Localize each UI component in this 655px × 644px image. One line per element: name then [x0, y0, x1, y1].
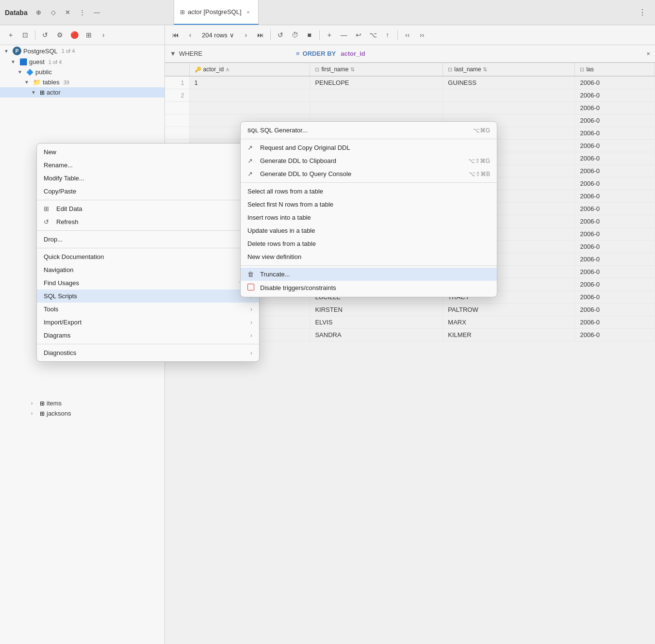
menu-selectfirst[interactable]: Select first N rows from a table: [241, 198, 497, 211]
menu-modify[interactable]: Modify Table... ⌘F6: [37, 172, 259, 185]
settings-button[interactable]: ⚙: [53, 28, 66, 42]
menu-sep2: [37, 230, 259, 231]
expand-button[interactable]: ›: [97, 28, 110, 42]
menu-rename[interactable]: Rename... ⇧F6: [37, 159, 259, 172]
public-label: public: [35, 68, 52, 76]
col-icon-last: ⊡: [448, 66, 452, 72]
menu-updatevalues[interactable]: Update values in a table: [241, 224, 497, 237]
menu-newview[interactable]: New view definition: [241, 250, 497, 263]
actor-node[interactable]: ▼ ⊞ actor: [0, 87, 164, 97]
last-update-cell: 2006-0: [575, 140, 655, 152]
first-name-header[interactable]: ⊡first_name ⇅: [310, 63, 443, 76]
menu-diagnostics[interactable]: Diagnostics ›: [37, 346, 259, 359]
window-close-button[interactable]: ✕: [63, 7, 73, 18]
tab-close-button[interactable]: ×: [245, 8, 252, 16]
last-update-header[interactable]: ⊡las: [575, 63, 655, 76]
row-num-cell: [165, 127, 189, 140]
add-row-button[interactable]: +: [323, 28, 336, 42]
order-close-button[interactable]: ×: [646, 50, 650, 57]
window-diamond-button[interactable]: ◇: [48, 7, 59, 18]
postgresql-node[interactable]: ▼ P PostgreSQL 1 of 4: [0, 45, 164, 57]
menu-deleterows[interactable]: Delete rows from a table: [241, 237, 497, 250]
first-row-button[interactable]: ⏮: [169, 28, 182, 42]
menu-diagrams[interactable]: Diagrams ›: [37, 329, 259, 342]
last-update-cell: 2006-0: [575, 228, 655, 241]
last-name-header[interactable]: ⊡last_name ⇅: [443, 63, 575, 76]
sidebar-toolbar: + ⊡ ↺ ⚙ 🔴 ⊞ ›: [0, 25, 165, 45]
items-label: items: [47, 400, 62, 407]
scroll-right-button[interactable]: ››: [415, 28, 429, 42]
actor-id-header[interactable]: 🔑actor_id ∧: [189, 63, 310, 76]
menu-drop[interactable]: Drop... ⌫: [37, 233, 259, 246]
actor-tab[interactable]: ⊞ actor [PostgreSQL] ×: [174, 0, 259, 25]
undo-button[interactable]: ↩: [352, 28, 365, 42]
menu-editdata[interactable]: ⊞ Edit Data ⌘↓: [37, 202, 259, 215]
toolbar-sep1: [35, 30, 35, 40]
menu-genddlconsole[interactable]: ↗ Generate DDL to Query Console ⌥⇧⌘B: [241, 167, 497, 180]
last-update-cell: 2006-0: [575, 114, 655, 127]
items-node[interactable]: › ⊞ items: [0, 398, 164, 408]
menu-refresh[interactable]: ↺ Refresh ⌘R: [37, 215, 259, 228]
last-update-cell: 2006-0: [575, 203, 655, 215]
copy-button[interactable]: ⊡: [18, 28, 32, 42]
next-page-button[interactable]: ›: [239, 28, 253, 42]
table-row[interactable]: 2 2006-0: [165, 89, 655, 102]
last-name-cell: GUINESS: [443, 76, 575, 89]
menu-findusages[interactable]: Find Usages ⌥F7: [37, 276, 259, 290]
filter-button[interactable]: 🔴: [67, 28, 81, 42]
guest-node[interactable]: ▼ 🟦 guest 1 of 4: [0, 57, 164, 67]
refresh-data-button[interactable]: ↺: [274, 28, 287, 42]
stop-button[interactable]: ■: [303, 28, 316, 42]
add-tab-button[interactable]: ⊕: [33, 7, 44, 18]
last-name-cell: [443, 89, 575, 102]
pk-icon: 🔑: [195, 66, 201, 72]
last-update-cell: 2006-0: [575, 152, 655, 165]
sqlgen-icon: SQL: [247, 128, 256, 133]
scroll-left-button[interactable]: ‹‹: [401, 28, 414, 42]
refresh-sidebar-button[interactable]: ↺: [38, 28, 52, 42]
rows-count-button[interactable]: 204 rows ∨: [198, 30, 238, 41]
last-update-cell: 2006-0: [575, 291, 655, 304]
tables-toggle-icon: ▼: [24, 80, 31, 85]
right-sep1: [241, 139, 497, 139]
last-update-cell: 2006-0: [575, 278, 655, 291]
last-row-button[interactable]: ⏭: [254, 28, 267, 42]
menu-new[interactable]: New ›: [37, 145, 259, 159]
menu-importexport[interactable]: Import/Export ›: [37, 316, 259, 329]
window-dash-button[interactable]: —: [92, 7, 102, 18]
app-title: Databa: [5, 9, 28, 16]
menu-truncate[interactable]: 🗑 Truncate...: [241, 268, 497, 281]
last-name-cell: [443, 102, 575, 114]
menu-copypaste[interactable]: Copy/Paste ›: [37, 185, 259, 198]
menu-quickdoc[interactable]: Quick Documentation F1: [37, 250, 259, 263]
tables-node[interactable]: ▼ 📁 tables 39: [0, 77, 164, 87]
menu-requestddl[interactable]: ↗ Request and Copy Original DDL: [241, 141, 497, 154]
table-row[interactable]: 1 1 PENELOPE GUINESS 2006-0: [165, 76, 655, 89]
jacksons-node[interactable]: › ⊞ jacksons: [0, 408, 164, 419]
table-row[interactable]: 2006-0: [165, 102, 655, 114]
menu-tools[interactable]: Tools ›: [37, 303, 259, 316]
menu-selectall[interactable]: Select all rows from a table: [241, 185, 497, 198]
upload-button[interactable]: ↑: [381, 28, 394, 42]
menu-sep1: [37, 200, 259, 200]
menu-genddlclip[interactable]: ↗ Generate DDL to Clipboard ⌥⇧⌘G: [241, 154, 497, 167]
menu-sqlscripts[interactable]: SQL Scripts ›: [37, 290, 259, 303]
add-connection-button[interactable]: +: [4, 28, 17, 42]
public-node[interactable]: ▼ 🔷 public: [0, 67, 164, 77]
title-bar-more-button[interactable]: ⋮: [635, 6, 650, 19]
tab-title: actor [PostgreSQL]: [188, 8, 242, 16]
menu-disabletriggers[interactable]: Disable triggers/constraints: [241, 281, 497, 295]
prev-page-button[interactable]: ‹: [183, 28, 197, 42]
delete-row-button[interactable]: —: [337, 28, 351, 42]
menu-insertrows[interactable]: Insert rows into a table: [241, 211, 497, 224]
window-more-button[interactable]: ⋮: [77, 7, 88, 18]
history-button[interactable]: ⏱: [288, 28, 302, 42]
clone-button[interactable]: ⌥: [366, 28, 380, 42]
menu-navigation[interactable]: Navigation ›: [37, 263, 259, 276]
jacksons-toggle-icon: ›: [31, 411, 38, 416]
pg-toggle-icon: ▼: [4, 48, 11, 54]
importexport-arrow-icon: ›: [250, 319, 252, 326]
menu-sqlgen[interactable]: SQL SQL Generator... ⌥⌘G: [241, 124, 497, 137]
order-bar: ≡ ORDER BY actor_id ×: [291, 45, 655, 63]
grid-view-button[interactable]: ⊞: [82, 28, 96, 42]
